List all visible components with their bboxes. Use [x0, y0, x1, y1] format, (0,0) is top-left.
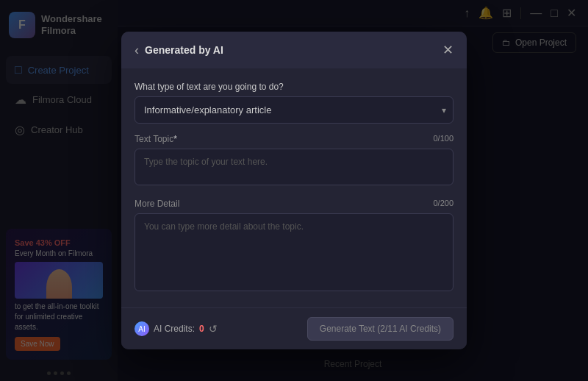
text-topic-label: Text Topic* 0/100: [135, 134, 453, 144]
modal-title: Generated by AI: [145, 44, 223, 56]
text-type-select[interactable]: Informative/explanatory article Blog pos…: [135, 96, 453, 124]
text-topic-input[interactable]: [135, 149, 453, 185]
back-button[interactable]: ‹: [135, 43, 139, 58]
modal-header-left: ‹ Generated by AI: [135, 43, 223, 58]
generate-text-button[interactable]: Generate Text (2/11 AI Credits): [307, 317, 453, 341]
modal-footer: AI AI Credits: 0 ↺ Generate Text (2/11 A…: [121, 307, 467, 349]
more-detail-char-count: 0/200: [433, 199, 453, 207]
modal-overlay: ‹ Generated by AI ✕ What type of text ar…: [0, 0, 588, 381]
text-type-question: What type of text are you going to do? I…: [135, 82, 453, 124]
ai-text-modal: ‹ Generated by AI ✕ What type of text ar…: [121, 32, 467, 349]
modal-close-button[interactable]: ✕: [442, 42, 453, 58]
text-type-select-wrapper: Informative/explanatory article Blog pos…: [135, 96, 453, 124]
more-detail-field-group: More Detail 0/200: [135, 199, 453, 294]
credits-info: AI AI Credits: 0 ↺: [135, 321, 218, 336]
more-detail-label: More Detail 0/200: [135, 199, 453, 209]
text-topic-field-group: Text Topic* 0/100: [135, 134, 453, 188]
ai-credits-icon: AI: [135, 321, 149, 336]
credits-value: 0: [199, 324, 204, 334]
modal-header: ‹ Generated by AI ✕: [121, 32, 467, 68]
question-label: What type of text are you going to do?: [135, 82, 453, 92]
more-detail-input[interactable]: [135, 213, 453, 291]
modal-body: What type of text are you going to do? I…: [121, 68, 467, 307]
credits-label: AI Credits:: [154, 324, 195, 334]
refresh-credits-icon[interactable]: ↺: [209, 323, 218, 335]
text-topic-char-count: 0/100: [433, 134, 453, 143]
